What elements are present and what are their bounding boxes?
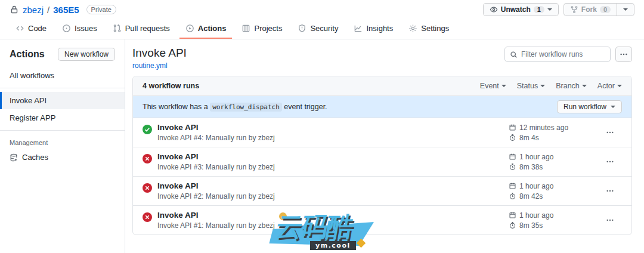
fork-label: Fork [581, 5, 597, 14]
repo-header: zbezj / 365E5 Private Unwatch 1 [0, 0, 644, 19]
pull-request-icon [113, 24, 122, 33]
graph-icon [354, 24, 363, 33]
tab-projects[interactable]: Projects [236, 19, 288, 39]
tab-pull-requests[interactable]: Pull requests [107, 19, 176, 39]
run-title-link[interactable]: Invoke API [157, 123, 275, 132]
run-options-button[interactable] [598, 158, 622, 166]
fork-dropdown-button[interactable] [617, 3, 634, 16]
new-workflow-button[interactable]: New workflow [58, 48, 115, 61]
banner-code: workflow_dispatch [210, 103, 282, 112]
filter-label: Event [480, 82, 499, 90]
stopwatch-icon [509, 163, 516, 171]
tab-label: Settings [421, 24, 449, 33]
caches-label: Caches [22, 153, 48, 162]
run-title-link[interactable]: Invoke API [157, 181, 275, 190]
repo-nav: Code Issues Pull requests Actions Projec… [0, 19, 644, 39]
chevron-down-icon [547, 8, 552, 11]
tab-label: Code [28, 24, 47, 33]
chevron-down-icon [617, 85, 622, 87]
sidebar-item-all-workflows[interactable]: All workflows [0, 67, 125, 84]
runs-panel-header: 4 workflow runs Event Status Branch Acto… [133, 76, 631, 96]
failure-icon [143, 183, 152, 193]
workflow-run-row: Invoke API Invoke API #2: Manually run b… [133, 177, 631, 206]
banner-text: This workflow has a [143, 103, 208, 111]
management-heading: Management [0, 134, 125, 149]
workflow-options-button[interactable] [615, 47, 632, 62]
breadcrumb-separator: / [47, 5, 49, 15]
divider [0, 88, 125, 88]
kebab-icon [606, 128, 614, 137]
tab-label: Insights [366, 24, 393, 33]
workflow-file-link[interactable]: routine.yml [132, 61, 168, 70]
tab-label: Projects [254, 24, 282, 33]
run-duration: 8m 38s [519, 163, 543, 171]
tab-insights[interactable]: Insights [348, 19, 399, 39]
page-title: Invoke API [132, 47, 187, 60]
projects-icon [242, 24, 250, 33]
run-options-button[interactable] [598, 187, 622, 195]
tab-label: Actions [198, 24, 227, 33]
tab-code[interactable]: Code [10, 19, 52, 39]
run-workflow-button[interactable]: Run workflow [557, 100, 622, 113]
event-filter-dropdown[interactable]: Event [480, 82, 506, 90]
tab-security[interactable]: Security [292, 19, 344, 39]
tab-issues[interactable]: Issues [56, 19, 103, 39]
watch-count: 1 [534, 6, 544, 13]
sidebar-item-caches[interactable]: Caches [0, 149, 125, 166]
repo-name-link[interactable]: 365E5 [53, 5, 79, 15]
kebab-icon [620, 50, 628, 58]
run-time: 1 hour ago [519, 182, 553, 190]
unwatch-button[interactable]: Unwatch 1 [483, 3, 559, 16]
unwatch-label: Unwatch [501, 5, 531, 14]
stopwatch-icon [509, 134, 516, 141]
divider [0, 130, 125, 131]
status-filter-dropdown[interactable]: Status [517, 82, 545, 90]
workflow-dispatch-banner: This workflow has a workflow_dispatch ev… [133, 96, 631, 118]
chevron-down-icon [611, 106, 615, 108]
kebab-icon [606, 187, 614, 195]
run-title-link[interactable]: Invoke API [157, 152, 275, 161]
filter-label: Status [517, 82, 538, 90]
sidebar-item-register-app[interactable]: Register APP [0, 109, 125, 126]
fork-count: 0 [600, 6, 611, 13]
actions-sidebar: Actions New workflow All workflows Invok… [0, 39, 125, 253]
workflow-run-row: Invoke API Invoke API #4: Manually run b… [133, 118, 631, 147]
failure-icon [143, 212, 152, 222]
run-duration: 8m 42s [519, 192, 543, 200]
fork-button[interactable]: Fork 0 [564, 3, 617, 16]
kebab-icon [606, 158, 614, 166]
run-time: 1 hour ago [519, 211, 553, 220]
filter-workflow-runs-input[interactable] [521, 50, 605, 58]
filter-label: Actor [597, 82, 615, 90]
issue-icon [62, 24, 71, 33]
eye-icon [490, 5, 498, 14]
calendar-icon [509, 211, 516, 219]
tab-label: Pull requests [125, 24, 170, 33]
filter-label: Branch [556, 82, 580, 90]
run-title-link[interactable]: Invoke API [157, 211, 275, 220]
lock-icon [10, 5, 19, 14]
banner-text: event trigger. [284, 103, 327, 111]
run-description: Invoke API #2: Manually run by zbezj [157, 192, 275, 200]
shield-icon [298, 24, 306, 33]
tab-settings[interactable]: Settings [402, 19, 455, 39]
filter-workflow-runs-box [504, 47, 611, 62]
workflow-run-row: Invoke API Invoke API #1: Manually run b… [133, 206, 631, 235]
run-options-button[interactable] [598, 128, 622, 137]
database-icon [10, 153, 18, 162]
chevron-down-icon [540, 85, 545, 87]
calendar-icon [509, 124, 516, 131]
tab-actions[interactable]: Actions [179, 19, 233, 39]
run-options-button[interactable] [598, 216, 622, 224]
fork-icon [570, 5, 578, 14]
run-duration: 8m 35s [519, 221, 543, 230]
runs-count: 4 workflow runs [143, 82, 199, 90]
tab-label: Security [310, 24, 338, 33]
sidebar-item-invoke-api[interactable]: Invoke API [0, 92, 125, 109]
actor-filter-dropdown[interactable]: Actor [597, 82, 622, 90]
run-description: Invoke API #1: Manually run by zbezj [157, 221, 275, 230]
branch-filter-dropdown[interactable]: Branch [556, 82, 587, 90]
repo-owner-link[interactable]: zbezj [23, 5, 44, 15]
chevron-down-icon [623, 8, 628, 11]
search-icon [510, 51, 518, 58]
